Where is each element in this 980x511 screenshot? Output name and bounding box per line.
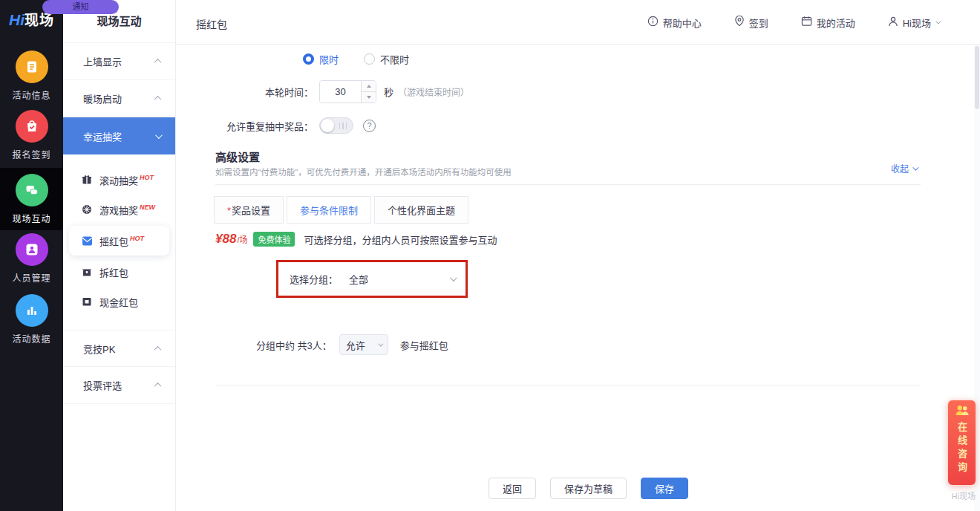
submenu-item-cash-red-packet[interactable]: 现金红包 bbox=[63, 287, 175, 316]
chevron-down-icon bbox=[155, 131, 163, 139]
submenu-item-label: 滚动抽奖 bbox=[99, 173, 138, 187]
required-asterisk: * bbox=[227, 205, 231, 216]
radio-unlimited[interactable]: 不限时 bbox=[364, 52, 409, 66]
sidebar-item-label: 报名签到 bbox=[0, 148, 63, 160]
checkin-link[interactable]: 签到 bbox=[734, 16, 768, 30]
save-draft-button[interactable]: 保存为草稿 bbox=[550, 478, 627, 499]
online-consult-label: 在线咨询 bbox=[955, 422, 969, 475]
bag-icon bbox=[16, 110, 48, 143]
repeat-win-row: 允许重复抽中奖品： ? bbox=[176, 117, 376, 134]
red-envelope-icon bbox=[81, 235, 93, 247]
menu-group-label: 上墙显示 bbox=[83, 54, 122, 68]
number-stepper bbox=[361, 81, 376, 102]
main-content: 限时 不限时 本轮时间： 秒 （游戏结束时间） 允许重复抽中奖品： bbox=[176, 45, 980, 511]
group-select-label: 选择分组： bbox=[290, 272, 338, 286]
brand-logo-hi: Hi bbox=[9, 11, 24, 28]
tab-participation-limits[interactable]: 参与条件限制 bbox=[287, 196, 371, 224]
chat-icon bbox=[16, 174, 48, 206]
group-action-label: 参与摇红包 bbox=[400, 338, 448, 352]
radio-unlimited-label: 不限时 bbox=[380, 52, 409, 66]
permission-select[interactable]: 允许 bbox=[339, 334, 388, 355]
help-center-link[interactable]: 帮助中心 bbox=[647, 16, 702, 30]
submenu-item-rolling-draw[interactable]: 滚动抽奖 HOT bbox=[63, 165, 175, 195]
radio-selected-icon bbox=[303, 53, 314, 65]
sidebar-item-signup-checkin[interactable]: 报名签到 bbox=[0, 110, 63, 160]
radio-unselected-icon bbox=[364, 53, 375, 65]
timing-radio-group: 限时 不限时 bbox=[303, 52, 409, 66]
money-box-icon bbox=[81, 296, 93, 307]
sidebar-item-activity-info[interactable]: 活动信息 bbox=[0, 51, 63, 101]
chevron-up-icon bbox=[154, 96, 162, 103]
sidebar-item-label: 现场互动 bbox=[0, 212, 63, 224]
menu-group-wall-display[interactable]: 上墙显示 bbox=[63, 43, 175, 80]
submenu-item-label: 拆红包 bbox=[99, 265, 128, 279]
menu-group-lucky-draw[interactable]: 幸运抽奖 bbox=[63, 117, 175, 154]
menu-group-label: 暖场启动 bbox=[83, 91, 122, 105]
chevron-down-icon bbox=[450, 274, 457, 281]
location-pin-icon bbox=[734, 16, 745, 29]
tab-custom-theme[interactable]: 个性化界面主题 bbox=[374, 196, 468, 224]
chevron-down-icon bbox=[378, 341, 383, 346]
chevron-up-icon bbox=[154, 383, 162, 390]
app-window: 通知 Hi现场 活动信息 报名签到 现场互动 bbox=[0, 0, 980, 511]
advanced-settings-desc: 如需设置内“付费功能”，可优先付费开通，开通后本场活动内所有功能均可使用 bbox=[215, 166, 512, 178]
stepper-down-button[interactable] bbox=[362, 92, 376, 102]
settings-tabs: *奖品设置 参与条件限制 个性化界面主题 bbox=[214, 196, 468, 224]
round-time-unit: 秒 bbox=[384, 85, 393, 99]
menu-group-label: 竞技PK bbox=[83, 342, 115, 356]
people-icon bbox=[954, 405, 970, 419]
round-time-hint: （游戏结束时间） bbox=[398, 85, 469, 98]
toggle-knob bbox=[321, 119, 334, 132]
menu-group-label: 幸运抽奖 bbox=[83, 129, 122, 143]
my-activities-link[interactable]: 我的活动 bbox=[801, 16, 855, 30]
round-time-input[interactable] bbox=[320, 81, 361, 102]
tab-label: 奖品设置 bbox=[232, 205, 270, 216]
repeat-win-label: 允许重复抽中奖品： bbox=[176, 119, 313, 133]
account-label: Hi现场 bbox=[903, 16, 931, 30]
menu-group-label: 投票评选 bbox=[83, 378, 122, 392]
group-select-dropdown[interactable]: 全部 bbox=[349, 272, 368, 286]
top-menu: 帮助中心 签到 我的活动 Hi现场 bbox=[647, 0, 939, 45]
chevron-up-icon bbox=[154, 345, 162, 353]
tab-label: 参与条件限制 bbox=[300, 205, 358, 216]
sidebar-item-activity-data[interactable]: 活动数据 bbox=[0, 294, 63, 345]
back-button[interactable]: 返回 bbox=[489, 478, 536, 499]
permission-value: 允许 bbox=[346, 338, 365, 352]
price-row: ¥88 /场 免费体验 可选择分组，分组内人员可按照设置参与互动 bbox=[215, 232, 497, 247]
sidebar-item-live-interaction[interactable]: 现场互动 bbox=[0, 168, 63, 230]
menu-group-voting[interactable]: 投票评选 bbox=[63, 367, 175, 404]
open-box-icon bbox=[81, 267, 93, 277]
footer-actions: 返回 保存为草稿 保存 bbox=[489, 478, 688, 499]
top-bar: 摇红包 帮助中心 签到 我的活动 bbox=[176, 0, 980, 45]
help-tooltip-icon[interactable]: ? bbox=[363, 120, 376, 132]
scrollbar-thumb[interactable] bbox=[975, 46, 979, 109]
repeat-win-toggle[interactable] bbox=[319, 117, 353, 134]
menu-group-pk[interactable]: 竞技PK bbox=[63, 330, 175, 367]
watermark-text: Hi现场 bbox=[952, 489, 976, 501]
calendar-icon bbox=[801, 16, 812, 29]
primary-sidebar: Hi现场 活动信息 报名签到 现场互动 人员管理 bbox=[0, 0, 63, 511]
save-button[interactable]: 保存 bbox=[641, 478, 688, 499]
doc-icon bbox=[16, 51, 48, 83]
breadcrumb: 摇红包 bbox=[196, 16, 227, 31]
submenu-item-shake-red-packet[interactable]: 摇红包 HOT bbox=[69, 226, 169, 256]
advanced-settings-title: 高级设置 bbox=[215, 149, 260, 164]
sidebar-item-people-management[interactable]: 人员管理 bbox=[0, 233, 63, 284]
submenu-item-game-draw[interactable]: 游戏抽奖 NEW bbox=[63, 195, 175, 224]
account-menu[interactable]: Hi现场 bbox=[888, 16, 939, 30]
collapse-link[interactable]: 收起 bbox=[891, 162, 917, 175]
help-center-label: 帮助中心 bbox=[663, 16, 702, 30]
radio-limited[interactable]: 限时 bbox=[303, 52, 339, 66]
hot-tag: HOT bbox=[140, 174, 154, 181]
submenu-item-open-red-packet[interactable]: 拆红包 bbox=[63, 257, 175, 287]
submenu-item-label: 摇红包 bbox=[99, 234, 128, 248]
toggle-texture bbox=[339, 123, 347, 129]
brand-logo-text: 现场 bbox=[24, 13, 54, 28]
annotation-highlight-box: 选择分组： 全部 bbox=[276, 260, 468, 298]
stepper-up-button[interactable] bbox=[362, 81, 376, 92]
notice-pill[interactable]: 通知 bbox=[42, 0, 119, 14]
tab-prize-settings[interactable]: *奖品设置 bbox=[214, 196, 284, 224]
menu-group-warmup[interactable]: 暖场启动 bbox=[63, 80, 175, 117]
wheel-icon bbox=[81, 204, 93, 215]
online-consult-widget[interactable]: 在线咨询 bbox=[947, 400, 976, 486]
